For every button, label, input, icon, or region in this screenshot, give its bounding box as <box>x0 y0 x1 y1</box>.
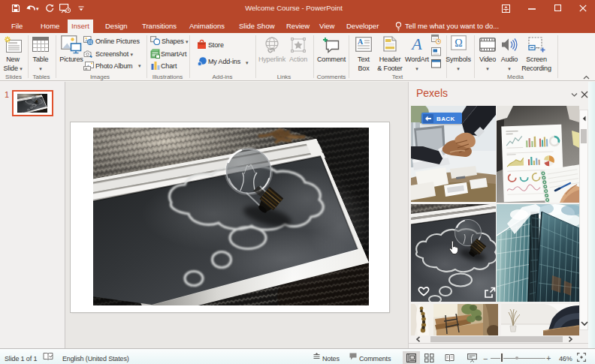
svg-text:A: A <box>410 37 422 52</box>
svg-text:A: A <box>358 38 364 46</box>
svg-text:Ω: Ω <box>455 38 462 49</box>
